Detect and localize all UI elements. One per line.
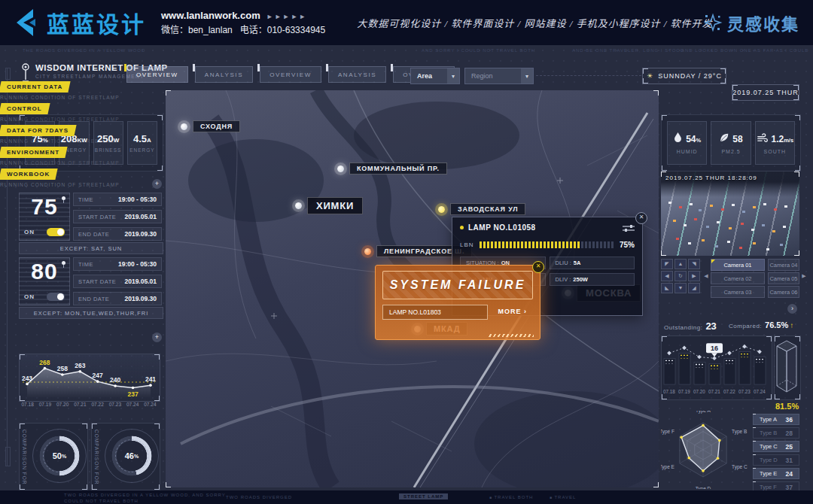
alert-more-button[interactable]: MORE ›: [492, 305, 534, 318]
pin-label: СХОДНЯ: [193, 120, 240, 132]
type-row[interactable]: Type C25: [753, 441, 799, 452]
camera-button[interactable]: Camera 04: [768, 259, 799, 271]
pan-left-button[interactable]: ◀: [661, 271, 673, 281]
decor-text: AND BE ONE TRAVELER, LONG I STOOD: [572, 48, 684, 53]
env-label: PM2.5: [721, 149, 740, 154]
camera-next-icon[interactable]: ▶: [801, 271, 807, 281]
x-tick: 07.24: [142, 402, 159, 407]
chevron-down-icon[interactable]: ▾: [447, 68, 459, 83]
area-select[interactable]: Area ▾: [410, 68, 460, 84]
popup-close-icon[interactable]: ✕: [635, 212, 647, 224]
on-row: ON: [24, 293, 65, 301]
control-field[interactable]: END DATE2019.09.30: [73, 292, 162, 305]
type-row[interactable]: Type D31: [753, 454, 799, 466]
control-field[interactable]: START DATE2019.05.01: [73, 210, 162, 223]
footer-text-mid: TWO ROADS DIVERGED: [226, 495, 292, 499]
gauge-value: 50%: [36, 433, 83, 479]
control-field[interactable]: TIME19:00 - 05:30: [73, 257, 162, 271]
tab-analysis[interactable]: ANALYSIS: [195, 66, 253, 83]
type-row[interactable]: Type B28: [753, 427, 799, 439]
alert-close-icon[interactable]: ✕: [532, 261, 544, 273]
pan-down-right-button[interactable]: ◢: [688, 283, 700, 293]
current-data-cells: 75%BRINESS208KWENERGY250WBRINESS4.5AENER…: [19, 114, 163, 172]
map-pin[interactable]: ХИМКИ: [295, 197, 363, 214]
comparison-gauge: COMPARISON FOR46%: [91, 423, 160, 490]
alert-title: SYSTEM FAILURE: [390, 278, 526, 292]
week-line-chart: 243268258263247240237241: [20, 354, 158, 399]
pan-down-button[interactable]: ▼: [674, 283, 687, 293]
x-tick: 07.23: [106, 402, 123, 407]
wechat-text: 微信：ben_lanlan: [161, 25, 233, 35]
chevron-down-icon[interactable]: ▾: [521, 68, 533, 83]
pan-up-left-button[interactable]: ◤: [661, 259, 673, 269]
pan-right-button[interactable]: ▶: [688, 271, 700, 281]
camera-button[interactable]: Camera 06: [768, 286, 799, 298]
lbn-progress-bar: [480, 241, 614, 248]
inspiration-collect[interactable]: 灵感收集: [703, 11, 799, 35]
region-select[interactable]: Region ▾: [464, 68, 534, 84]
sun-icon: ☀: [647, 72, 653, 80]
camera-button[interactable]: Camera 05: [768, 272, 799, 284]
tab-analysis[interactable]: ANALYSIS: [328, 66, 386, 83]
field-label: END DATE: [78, 231, 109, 238]
footer: TWO ROADS DIVERGED IN A YELLOW WOOD, AND…: [0, 490, 813, 504]
lbn-value: 75%: [620, 241, 635, 249]
type-row[interactable]: Type A36: [753, 414, 799, 425]
pin-dot-icon: [438, 206, 445, 213]
toggle-knob: [57, 229, 64, 235]
camera-feed: 2019.07.25 THUR 18:28:09: [661, 172, 799, 256]
pan-up-button[interactable]: ▲: [674, 259, 687, 269]
city-map[interactable]: СХОДНЯКОММУНАЛЬНЫЙ ПР.ХИМКИЗАВОДСКАЯ УЛЛ…: [166, 90, 659, 487]
field-label: START DATE: [78, 214, 116, 220]
control-add-button[interactable]: +: [152, 179, 162, 189]
workbook-bar-chart: 1607.1807.1907.2007.2107.2207.2307.24: [662, 336, 770, 398]
tab-overview[interactable]: OVERVIEW: [126, 66, 188, 83]
brightness-box: 75ON: [19, 193, 70, 241]
svg-text:237: 237: [127, 390, 138, 398]
power-toggle[interactable]: [47, 293, 65, 301]
region-select-value: Region: [465, 72, 521, 80]
camera-button[interactable]: Camera 03: [711, 286, 765, 298]
camera-buttons-col2: Camera 04Camera 05Camera 06: [768, 259, 799, 298]
control-field[interactable]: START DATE2019.05.01: [73, 275, 162, 288]
svg-text:07.24: 07.24: [754, 389, 766, 394]
power-toggle[interactable]: [47, 228, 65, 236]
x-tick: 07.19: [36, 402, 53, 407]
alert-lamp-id: LAMP NO.L01803: [382, 305, 488, 320]
camera-prev-icon[interactable]: ◀: [703, 271, 709, 281]
website-link[interactable]: www.lanlanwork.com: [161, 10, 260, 21]
camera-button[interactable]: Camera 01: [711, 259, 765, 271]
pan-down-left-button[interactable]: ◣: [661, 283, 673, 293]
field-label: END DATE: [78, 296, 109, 302]
arrows-decor: ►►►►►: [266, 13, 308, 20]
week-chart-add-button[interactable]: +: [152, 332, 162, 342]
map-pin[interactable]: СХОДНЯ: [181, 120, 240, 132]
field-value: 19:00 - 05:30: [118, 196, 157, 203]
gauge-ring: 46%: [108, 433, 155, 479]
sliders-icon[interactable]: [623, 224, 635, 232]
type-row[interactable]: Type E24: [753, 468, 799, 479]
workbook-next-button[interactable]: ›: [787, 304, 797, 314]
except-bar: EXCEPT: MON,TUE,WED,THUR,FRI: [19, 307, 163, 319]
tab-overview[interactable]: OVERVIEW: [260, 66, 321, 83]
hatch-decor: [489, 334, 534, 337]
svg-text:07.22: 07.22: [723, 389, 735, 394]
week-chart-tag: DATA FOR 7DAYS: [0, 125, 77, 136]
control-field[interactable]: TIME19:00 - 05:30: [73, 193, 162, 206]
toggle-knob: [57, 293, 64, 300]
type-label: Type D: [760, 457, 778, 463]
type-label: Type E: [760, 470, 777, 477]
map-pin[interactable]: ЗАВОДСКАЯ УЛ: [438, 203, 525, 215]
env-value: 54%: [686, 134, 701, 144]
promo-banner: 蓝蓝设计 www.lanlanwork.com►►►►► 微信：ben_lanl…: [0, 0, 813, 45]
control-rows: TIME19:00 - 05:30START DATE2019.05.01END…: [73, 193, 162, 244]
lbn-label: LBN: [460, 241, 474, 248]
on-row: ON: [24, 228, 65, 236]
control-field[interactable]: END DATE2019.09.30: [73, 227, 162, 241]
camera-button[interactable]: Camera 02: [711, 272, 765, 284]
cell-label: BRINESS: [95, 147, 122, 153]
refresh-button[interactable]: ↻: [674, 271, 687, 281]
pan-up-right-button[interactable]: ◥: [688, 259, 700, 269]
x-tick: 07.22: [89, 402, 106, 407]
map-pin[interactable]: КОММУНАЛЬНЫЙ ПР.: [337, 162, 447, 175]
